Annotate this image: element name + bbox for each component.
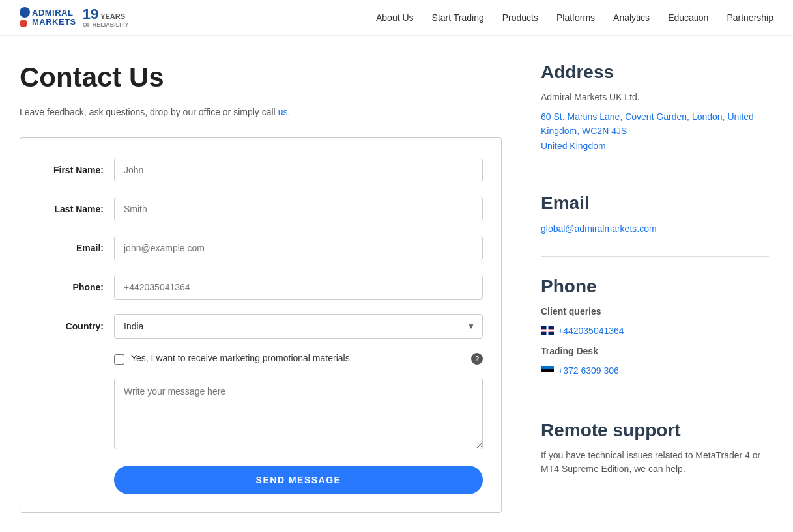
country-row: Country: India United Kingdom Estonia Ge…	[38, 314, 483, 339]
remote-support-title: Remote support	[541, 420, 769, 441]
marketing-checkbox-label: Yes, I want to receive marketing promoti…	[131, 353, 465, 363]
phone-block: Phone Client queries +442035041364 Tradi…	[541, 276, 769, 401]
phone-row: Phone:	[38, 275, 483, 300]
nav-education[interactable]: Education	[668, 12, 708, 23]
first-name-input[interactable]	[114, 158, 483, 182]
email-row: Email:	[38, 236, 483, 260]
address-block: Address Admiral Markets UK Ltd. 60 St. M…	[541, 62, 769, 173]
logo: ADMIRAL MARKETS 19 YEARS OF RELIABILITY	[20, 7, 128, 29]
contact-form-card: First Name: Last Name: Email: Phone: Cou…	[20, 137, 502, 513]
page-title: Contact Us	[20, 62, 502, 93]
phone-label: Phone:	[38, 282, 104, 292]
email-title: Email	[541, 193, 769, 214]
first-name-row: First Name:	[38, 158, 483, 182]
client-queries-line: +442035041364	[541, 324, 769, 338]
logo-dot-red	[20, 20, 27, 27]
address-street-link[interactable]: 60 St. Martins Lane, Covent Garden, Lond…	[541, 111, 754, 136]
address-title: Address	[541, 62, 769, 83]
email-input[interactable]	[114, 236, 483, 260]
trading-desk-line: +372 6309 306	[541, 363, 769, 378]
message-textarea[interactable]	[114, 378, 483, 449]
logo-dot-blue	[20, 7, 30, 18]
send-message-button[interactable]: SEND MESSAGE	[114, 466, 483, 494]
trading-desk-label: Trading Desk	[541, 344, 769, 358]
nav-platforms[interactable]: Platforms	[556, 12, 595, 23]
years-badge: 19 YEARS OF RELIABILITY	[83, 7, 129, 29]
country-select-wrap: India United Kingdom Estonia Germany Fra…	[114, 314, 483, 339]
ee-flag-icon	[541, 366, 554, 375]
page-content: Contact Us Leave feedback, ask questions…	[0, 36, 793, 532]
country-select[interactable]: India United Kingdom Estonia Germany Fra…	[114, 314, 483, 339]
last-name-input[interactable]	[114, 197, 483, 221]
country-label: Country:	[38, 321, 104, 331]
last-name-label: Last Name:	[38, 204, 104, 214]
logo-text: ADMIRAL MARKETS	[32, 8, 76, 27]
subtitle-link[interactable]: us	[278, 107, 288, 117]
nav-analytics[interactable]: Analytics	[613, 12, 650, 23]
email-label: Email:	[38, 243, 104, 253]
marketing-checkbox-row: Yes, I want to receive marketing promoti…	[114, 353, 483, 365]
main-nav: About Us Start Trading Products Platform…	[376, 12, 773, 23]
client-queries-label: Client queries	[541, 305, 769, 318]
nav-products[interactable]: Products	[502, 12, 538, 23]
logo-icon: ADMIRAL MARKETS	[20, 7, 76, 27]
email-block: Email global@admiralmarkets.com	[541, 193, 769, 256]
address-company: Admiral Markets UK Ltd.	[541, 91, 769, 104]
nav-start-trading[interactable]: Start Trading	[432, 12, 484, 23]
address-country-link[interactable]: United Kingdom	[541, 141, 606, 151]
info-section: Address Admiral Markets UK Ltd. 60 St. M…	[528, 62, 769, 520]
email-address-link[interactable]: global@admiralmarkets.com	[541, 223, 657, 234]
trading-desk-phone-link[interactable]: +372 6309 306	[558, 363, 619, 378]
remote-support-text: If you have technical issues related to …	[541, 449, 769, 476]
uk-flag-icon	[541, 326, 554, 335]
nav-partnership[interactable]: Partnership	[727, 12, 773, 23]
client-queries-phone-link[interactable]: +442035041364	[558, 324, 624, 338]
phone-input[interactable]	[114, 275, 483, 300]
last-name-row: Last Name:	[38, 197, 483, 221]
marketing-checkbox[interactable]	[114, 354, 124, 365]
header: ADMIRAL MARKETS 19 YEARS OF RELIABILITY …	[0, 0, 793, 36]
message-textarea-row	[114, 378, 483, 451]
remote-support-block: Remote support If you have technical iss…	[541, 420, 769, 501]
first-name-label: First Name:	[38, 165, 104, 175]
send-button-row: SEND MESSAGE	[114, 466, 483, 494]
help-icon[interactable]: ?	[471, 353, 483, 365]
nav-about-us[interactable]: About Us	[376, 12, 414, 23]
contact-subtitle: Leave feedback, ask questions, drop by o…	[20, 105, 502, 119]
phone-title: Phone	[541, 276, 769, 297]
contact-section: Contact Us Leave feedback, ask questions…	[20, 62, 528, 520]
